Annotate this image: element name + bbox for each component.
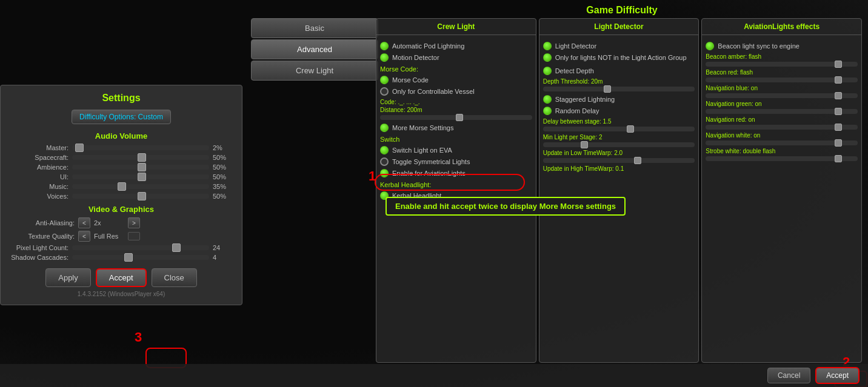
list-item: Automatic Pod Lightning [380,42,532,50]
nav-blue-slider[interactable] [706,93,858,98]
led-staggered [543,95,552,104]
game-difficulty-title: Game Difficulty [376,5,868,16]
crew-light-header: Crew Light [376,19,536,35]
tab-crew-light[interactable]: Crew Light [251,61,378,81]
list-item: Switch Light on EVA [380,146,532,154]
nav-white-label: Navigation white: on [706,132,858,139]
strobe-white-slider[interactable] [706,156,858,161]
shadow-cascades-row: Shadow Cascades: 4 [8,254,235,261]
pixel-light-row: Pixel Light Count: 24 [8,244,235,251]
led-random-delay [543,107,552,115]
code-text: Code: ._. ... ._. [380,99,532,105]
delay-label: Delay between stage: 1.5 [543,118,695,125]
beacon-amber-slider[interactable] [706,62,858,67]
accept-main-button[interactable]: Accept [815,367,860,384]
aa-left-btn[interactable]: < [78,217,90,228]
list-item: Detect Depth [543,67,695,75]
list-item: Staggered Lightning [543,95,695,104]
tooltip-box: Enable and hit accept twice to display M… [386,197,626,216]
light-detector-header: Light Detector [539,19,699,35]
slider-ui: UI: 50% [8,173,235,180]
switch-section-title: Switch [380,136,532,143]
list-item: Only for Controllable Vessel [380,87,532,96]
cancel-main-button[interactable]: Cancel [767,368,810,383]
tab-basic[interactable]: Basic [251,18,378,38]
version-text: 1.4.3.2152 (WindowsPlayer x64) [8,291,235,297]
slider-music: Music: 35% [8,183,235,190]
nav-green-label: Navigation green: on [706,101,858,107]
strobe-white-label: Strobe white: double flash [706,148,858,154]
timewarp-low-label: Update in Low TimeWarp: 2.0 [543,150,695,156]
crew-light-col: Crew Light Automatic Pod Lightning Motio… [376,18,536,363]
tq-left-btn[interactable]: < [78,231,90,242]
anti-aliasing-row: Anti-Aliasing: < 2x > [8,217,235,228]
distance-text: Distance: 200m [380,107,532,113]
slider-voices: Voices: 50% [8,193,235,200]
depth-slider[interactable] [543,87,695,91]
led-enable-aviation [380,169,389,177]
difficulty-btn[interactable]: Difficulty Options: Custom [72,110,171,124]
more-morse-label[interactable]: More Morse Settings [392,124,453,131]
led-beacon-sync [706,42,714,50]
more-morse-row: More Morse Settings [380,124,532,132]
accept-button[interactable]: Accept [96,268,147,287]
tooltip-text: Enable and hit accept twice to display M… [395,202,616,211]
timewarp-low-slider[interactable] [543,158,695,163]
led-not-in-action [543,53,552,62]
morse-section-title: Morse Code: [380,65,532,73]
led-light-detector [543,42,552,50]
min-light-slider[interactable] [543,142,695,147]
difficulty-options: Difficulty Options: Custom [8,110,235,124]
led-switch-light-eva [380,146,389,154]
slider-spacecraft: Spacecraft: 50% [8,154,235,161]
nav-red-slider[interactable] [706,125,858,130]
beacon-amber-label: Beacon amber: flash [706,53,858,60]
list-item: Light Detector [543,42,695,50]
tab-panel: Basic Advanced Crew Light [251,18,378,81]
nav-white-slider[interactable] [706,141,858,145]
texture-quality-row: Texture Quality: < Full Res [8,231,235,242]
main-content: Crew Light Automatic Pod Lightning Motio… [376,18,862,363]
nav-red-label: Navigation red: on [706,116,858,123]
min-light-label: Min Light per Stage: 2 [543,134,695,141]
list-item: Only for lights NOT in the Light Action … [543,53,695,62]
nav-green-slider[interactable] [706,109,858,114]
led-motion-detector [380,53,389,62]
aa-right-btn[interactable]: > [128,217,140,228]
beacon-red-slider[interactable] [706,78,858,82]
list-item: Morse Code [380,76,532,84]
beacon-red-label: Beacon red: flash [706,69,858,76]
timewarp-high-label: Update in High TimeWarp: 0.1 [543,165,695,172]
list-item: Enable for AviationLights [380,169,532,177]
led-auto-pod [380,42,389,50]
audio-title: Audio Volume [8,131,235,141]
close-button[interactable]: Close [152,268,197,287]
tq-box [128,232,140,240]
video-title: Video & Graphics [8,205,235,214]
led-toggle-symmetrical [380,157,389,166]
kerbal-section-title: Kerbal Headlight: [380,181,532,188]
list-item: Random Delay [543,107,695,115]
settings-title: Settings [8,93,235,104]
title-text: Game Difficulty [586,5,657,15]
bottom-bar: Cancel Accept [0,364,868,387]
depth-threshold-label: Depth Threshold: 20m [543,78,695,85]
tab-advanced[interactable]: Advanced [251,39,378,59]
led-more-morse [380,124,389,132]
led-controllable-vessel [380,87,389,96]
slider-master: Master: 2% [8,144,235,151]
list-item: Toggle Symmetrical Lights [380,157,532,166]
light-detector-col: Light Detector Light Detector Only for l… [539,18,699,363]
morse-slider[interactable] [380,115,532,120]
list-item: Beacon light sync to engine [706,42,858,50]
aviation-lights-col: AviationLights effects Beacon light sync… [701,18,862,363]
led-detect-depth [543,67,552,75]
aviation-lights-body: Beacon light sync to engine Beacon amber… [702,35,861,362]
slider-ambience: Ambience: 50% [8,164,235,171]
apply-button[interactable]: Apply [45,268,91,287]
delay-slider[interactable] [543,127,695,131]
settings-panel: Settings Difficulty Options: Custom Audi… [0,85,242,305]
led-morse-code [380,76,389,84]
list-item: Motion Detector [380,53,532,62]
aviation-lights-header: AviationLights effects [702,19,861,35]
